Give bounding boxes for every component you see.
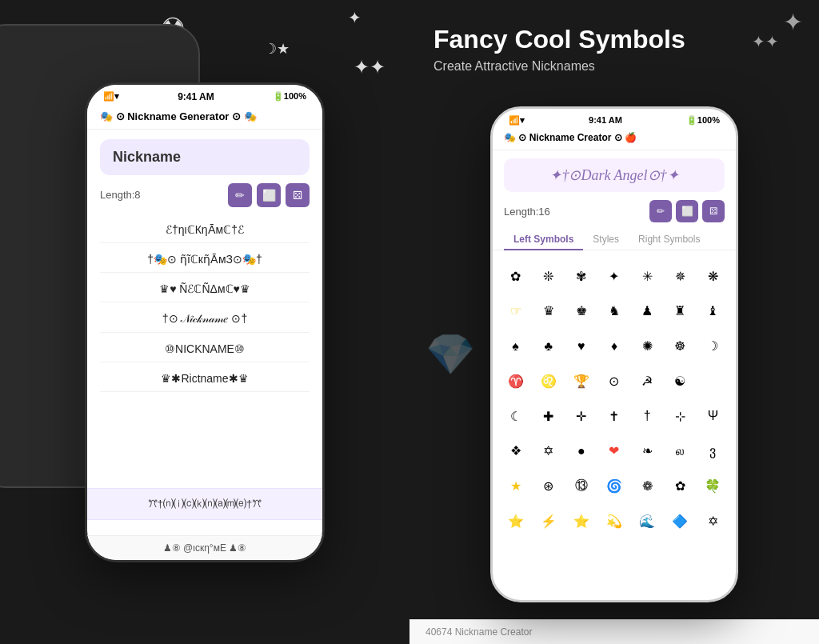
symbol-cell[interactable]: ✿ bbox=[665, 472, 695, 501]
dice-icon-left: ⚄ bbox=[293, 189, 302, 202]
symbol-cell[interactable]: ☽ bbox=[698, 332, 728, 361]
symbol-cell[interactable]: ☯ bbox=[665, 366, 695, 395]
list-item[interactable]: †🎭⊙ η̃ĩℂкη̃ᾹмЗ⊙🎭† bbox=[100, 246, 310, 273]
bottom-bar-left: ♟⑧ @ιcкη°мE ♟⑧ bbox=[87, 535, 322, 560]
symbol-cell[interactable]: 🔷 bbox=[665, 506, 695, 535]
symbol-cell[interactable]: ♝ bbox=[698, 297, 728, 326]
symbol-cell[interactable]: ❋ bbox=[698, 262, 728, 290]
edit-btn-right[interactable]: ✏ bbox=[649, 200, 672, 222]
symbol-cell[interactable]: 🌊 bbox=[633, 506, 662, 535]
symbol-cell[interactable]: ⚡ bbox=[533, 506, 563, 535]
tab-styles[interactable]: Styles bbox=[583, 229, 629, 250]
symbol-cell[interactable]: 🍀 bbox=[698, 472, 728, 501]
symbol-cell[interactable]: ♜ bbox=[665, 297, 695, 326]
symbol-cell[interactable]: ✳ bbox=[633, 262, 662, 290]
symbol-cell[interactable]: ♦ bbox=[599, 332, 629, 361]
symbol-cell[interactable]: ✛ bbox=[566, 402, 596, 430]
symbol-cell[interactable]: ♚ bbox=[566, 297, 596, 326]
list-item[interactable]: ⑩NICKNAME⑩ bbox=[100, 336, 310, 362]
copy-btn-left[interactable]: ⬜ bbox=[257, 183, 281, 207]
app-title: Fancy Cool Symbols bbox=[433, 24, 795, 54]
app-info-bar: 40674 Nickname Creator bbox=[410, 619, 819, 644]
symbol-cell[interactable]: ❖ bbox=[501, 437, 530, 466]
phone-right-mockup: 📶▾ 9:41 AM 🔋100% 🎭 ⊙ Nickname Creator ⊙ … bbox=[490, 106, 738, 602]
symbol-cell[interactable]: ♣ bbox=[533, 332, 563, 361]
header-text-left: 🎭 ⊙ Nickname Generator ⊙ 🎭 bbox=[100, 110, 257, 122]
gem-decoration: 💎 bbox=[425, 331, 475, 378]
symbol-cell[interactable]: ✿ bbox=[501, 262, 530, 290]
copy-btn-right[interactable]: ⬜ bbox=[676, 200, 698, 222]
symbol-cell[interactable]: ✾ bbox=[566, 262, 596, 290]
symbol-cell[interactable]: ♈ bbox=[501, 366, 530, 395]
symbol-cell[interactable]: ❧ bbox=[633, 437, 662, 466]
symbol-cell[interactable]: ⑬ bbox=[566, 472, 596, 501]
symbol-cell[interactable]: 💫 bbox=[599, 506, 629, 535]
highlighted-nickname[interactable]: ꔫ†⒩⒤⒞⒦⒩⒜⒨⒠†ꔫ bbox=[87, 488, 322, 520]
app-header-left: 🎭 ⊙ Nickname Generator ⊙ 🎭 bbox=[87, 106, 322, 130]
deco-asterisk-icon: ✦ bbox=[348, 8, 362, 27]
symbol-cell[interactable]: † bbox=[633, 402, 662, 430]
copy-icon-left: ⬜ bbox=[262, 189, 276, 202]
tab-right-symbols[interactable]: Right Symbols bbox=[629, 229, 709, 250]
symbol-cell[interactable]: ★ bbox=[501, 472, 530, 501]
symbol-cell[interactable]: ❊ bbox=[533, 262, 563, 290]
deco-right-1: ✦ bbox=[783, 8, 803, 36]
symbol-cell[interactable]: ⭐ bbox=[566, 506, 596, 535]
symbol-cell[interactable]: ♥ bbox=[566, 332, 596, 361]
nickname-display-right[interactable]: ✦†⊙Dark Angel⊙†✦ bbox=[504, 158, 725, 192]
status-bar-left: 📶▾ 9:41 AM 🔋100% bbox=[87, 85, 322, 106]
signal-left: 📶▾ bbox=[103, 91, 119, 102]
symbol-cell[interactable]: ♌ bbox=[533, 366, 563, 395]
deco-crescent-icon: ☽★ bbox=[264, 40, 290, 58]
dice-btn-right[interactable]: ⚄ bbox=[702, 200, 725, 222]
symbol-cell[interactable]: ❁ bbox=[633, 472, 662, 501]
list-item[interactable]: †⊙ 𝒩𝒾𝒸𝓀𝓃𝒶𝓂𝑒 ⊙† bbox=[100, 306, 310, 333]
right-header: ✦ ✦✦ Fancy Cool Symbols Create Attractiv… bbox=[410, 0, 819, 90]
symbol-cell[interactable]: ✡ bbox=[533, 437, 563, 466]
symbol-cell[interactable]: ⊹ bbox=[665, 402, 695, 430]
symbol-cell[interactable]: ✝ bbox=[599, 402, 629, 430]
signal-right: 📶▾ bbox=[509, 115, 525, 126]
symbol-cell[interactable]: ⊙ bbox=[599, 366, 629, 395]
list-item[interactable]: ♛✱Rictname✱♛ bbox=[100, 366, 310, 392]
symbol-cell[interactable]: ⭐ bbox=[501, 506, 530, 535]
symbol-cell[interactable]: Ψ bbox=[698, 402, 728, 430]
symbol-cell[interactable]: ☸ bbox=[665, 332, 695, 361]
nickname-input-display[interactable]: Nickname bbox=[100, 139, 310, 175]
symbol-cell[interactable]: ⊛ bbox=[533, 472, 563, 501]
symbol-cell[interactable]: ☭ bbox=[633, 366, 662, 395]
battery-right: 🔋100% bbox=[686, 115, 720, 126]
symbol-cell[interactable]: ♛ bbox=[533, 297, 563, 326]
symbol-cell[interactable]: ✦ bbox=[599, 262, 629, 290]
time-left: 9:41 AM bbox=[178, 91, 214, 102]
symbols-grid: ✿ ❊ ✾ ✦ ✳ ✵ ❋ ☞ ♛ ♚ ♞ ♟ ♜ ♝ ♠ bbox=[493, 258, 736, 542]
length-label-left: Length:8 bbox=[100, 189, 141, 201]
edit-btn-left[interactable]: ✏ bbox=[228, 183, 252, 207]
nickname-list: ℰ†ηιℂКηᾹмℂ†ℰ †🎭⊙ η̃ĩℂкη̃ᾹмЗ⊙🎭† ♛♥ ÑℰℂÑΔм… bbox=[100, 217, 310, 392]
symbol-cell[interactable]: ✺ bbox=[633, 332, 662, 361]
symbol-cell[interactable]: ♞ bbox=[599, 297, 629, 326]
symbol-cell[interactable]: ● bbox=[566, 437, 596, 466]
tool-buttons-left: ✏ ⬜ ⚄ bbox=[228, 183, 310, 207]
symbol-cell[interactable]: ❤ bbox=[599, 437, 629, 466]
symbol-cell[interactable]: ☾ bbox=[501, 402, 530, 430]
list-item[interactable]: ♛♥ ÑℰℂÑΔмℂ♥♛ bbox=[100, 276, 310, 302]
tab-left-symbols[interactable]: Left Symbols bbox=[504, 229, 583, 250]
symbol-cell[interactable]: ვ bbox=[698, 437, 728, 466]
symbol-cell[interactable]: 🌀 bbox=[599, 472, 629, 501]
symbol-cell[interactable] bbox=[698, 366, 728, 395]
battery-left: 🔋100% bbox=[273, 91, 306, 102]
list-item[interactable]: ℰ†ηιℂКηᾹмℂ†ℰ bbox=[100, 217, 310, 243]
symbol-cell[interactable]: ♟ bbox=[633, 297, 662, 326]
dice-btn-left[interactable]: ⚄ bbox=[286, 183, 310, 207]
phone-left-wrapper: 📶▾ 9:41 AM 🔋100% 🎭 ⊙ Nickname Generator … bbox=[85, 82, 325, 562]
deco-right-2: ✦✦ bbox=[752, 32, 779, 51]
symbol-cell[interactable]: ✵ bbox=[665, 262, 695, 290]
symbol-cell[interactable]: 🏆 bbox=[566, 366, 596, 395]
symbol-cell[interactable]: ✡ bbox=[698, 506, 728, 535]
symbol-cell[interactable]: ♠ bbox=[501, 332, 530, 361]
symbol-cell[interactable]: ☞ bbox=[501, 297, 530, 326]
time-right: 9:41 AM bbox=[589, 115, 622, 126]
symbol-cell[interactable]: ல bbox=[665, 437, 695, 466]
symbol-cell[interactable]: ✚ bbox=[533, 402, 563, 430]
